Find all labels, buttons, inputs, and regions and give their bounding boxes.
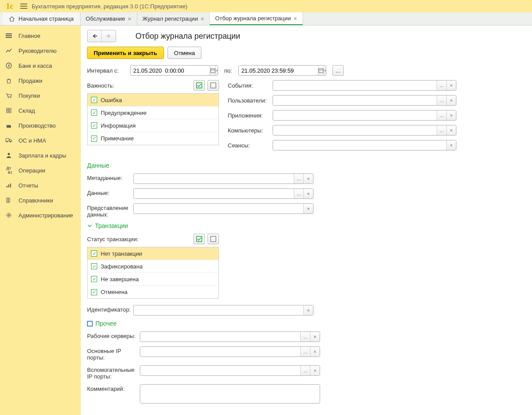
check-all-button[interactable] <box>193 234 205 244</box>
identifier-input[interactable] <box>134 305 303 315</box>
workers-field: ... × <box>140 331 320 342</box>
calendar-icon[interactable] <box>210 66 215 75</box>
clear-icon[interactable]: × <box>446 81 456 90</box>
clear-icon[interactable]: × <box>310 347 320 356</box>
data-input[interactable] <box>134 189 294 198</box>
svg-point-5 <box>8 97 9 98</box>
importance-item-note[interactable]: ✓Примечание <box>87 132 219 145</box>
checkbox-icon[interactable]: ✓ <box>91 263 97 269</box>
interval-to-input[interactable] <box>239 66 318 75</box>
tab-home-label: Начальная страница <box>18 15 74 22</box>
clear-icon[interactable]: × <box>310 366 320 375</box>
sessions-input[interactable] <box>273 140 446 150</box>
section-misc-title[interactable]: Прочее <box>87 320 526 327</box>
trans-status-list: ✓Нет транзакции ✓Зафиксирована ✓Не завер… <box>87 247 219 299</box>
select-icon[interactable]: ... <box>300 366 310 375</box>
clear-icon[interactable]: × <box>446 110 456 120</box>
select-icon[interactable]: ... <box>294 174 303 184</box>
sidebar-item-main[interactable]: Главное <box>0 28 81 43</box>
users-input[interactable] <box>273 95 437 105</box>
checkbox-icon[interactable]: ✓ <box>91 289 97 295</box>
close-icon[interactable]: × <box>128 16 131 22</box>
section-trans-title[interactable]: Транзакции <box>87 222 526 229</box>
sidebar-item-reports[interactable]: Отчеты <box>0 178 81 193</box>
sidebar-item-production[interactable]: Производство <box>0 118 81 133</box>
hamburger-icon[interactable] <box>20 4 27 9</box>
clear-icon[interactable]: × <box>303 204 313 213</box>
clear-icon[interactable]: × <box>324 66 326 75</box>
sidebar-item-label: Отчеты <box>18 182 38 189</box>
select-icon[interactable]: ... <box>437 95 446 105</box>
checkbox-icon[interactable]: ✓ <box>91 276 97 282</box>
tab-filter-label: Отбор журнала регистрации <box>215 15 291 22</box>
ruble-icon: ₽ <box>5 62 12 69</box>
aux-ports-input[interactable] <box>140 366 300 375</box>
importance-item-info[interactable]: ✓Информация <box>87 119 219 132</box>
trans-item-incomplete[interactable]: ✓Не завершена <box>87 273 219 286</box>
clear-icon[interactable]: × <box>446 140 456 150</box>
presentation-input[interactable] <box>134 204 303 213</box>
sidebar-item-references[interactable]: Справочники <box>0 193 81 208</box>
clear-icon[interactable]: × <box>303 189 313 198</box>
sidebar-item-purchases[interactable]: Покупки <box>0 88 81 103</box>
importance-item-error[interactable]: ✓Ошибка <box>87 94 219 107</box>
select-icon[interactable]: ... <box>300 332 310 342</box>
uncheck-all-button[interactable] <box>208 234 219 244</box>
clear-icon[interactable]: × <box>303 305 313 315</box>
sidebar-item-bank[interactable]: ₽ Банк и касса <box>0 58 81 73</box>
section-checkbox[interactable] <box>87 321 93 327</box>
sidebar-item-warehouse[interactable]: Склад <box>0 103 81 118</box>
metadata-input[interactable] <box>134 174 294 184</box>
apps-input[interactable] <box>273 110 437 120</box>
calendar-icon[interactable] <box>318 66 324 75</box>
clear-icon[interactable]: × <box>303 174 313 184</box>
checkbox-icon[interactable]: ✓ <box>91 136 97 142</box>
identifier-label: Идентификатор: <box>87 305 129 313</box>
select-icon[interactable]: ... <box>437 125 446 135</box>
trans-item-cancelled[interactable]: ✓Отменена <box>87 286 219 298</box>
interval-from-input[interactable] <box>131 66 210 75</box>
apply-close-button[interactable]: Применить и закрыть <box>87 47 164 59</box>
tab-log[interactable]: Журнал регистрации × <box>137 12 210 25</box>
sidebar-item-admin[interactable]: Администрирование <box>0 208 81 223</box>
clear-icon[interactable]: × <box>446 95 456 105</box>
sidebar-item-assets[interactable]: ОС и НМА <box>0 133 81 148</box>
checkbox-icon[interactable]: ✓ <box>91 250 97 257</box>
svg-point-13 <box>10 141 11 143</box>
select-icon[interactable]: ... <box>437 110 446 120</box>
check-all-button[interactable] <box>193 80 205 91</box>
importance-item-warning[interactable]: ✓Предупреждение <box>87 107 219 119</box>
sidebar-item-operations[interactable]: ДтКт Операции <box>0 163 81 178</box>
back-button[interactable] <box>87 30 102 42</box>
identifier-field: × <box>133 305 313 316</box>
events-input[interactable] <box>273 81 437 90</box>
select-icon[interactable]: ... <box>437 81 446 90</box>
trans-item-none[interactable]: ✓Нет транзакции <box>87 247 219 260</box>
sidebar-item-sales[interactable]: Продажи <box>0 73 81 88</box>
sidebar-item-manager[interactable]: Руководителю <box>0 43 81 58</box>
checkbox-icon[interactable]: ✓ <box>91 110 97 116</box>
computers-input[interactable] <box>273 125 437 135</box>
checkbox-icon[interactable]: ✓ <box>91 122 97 129</box>
select-icon[interactable]: ... <box>300 347 310 356</box>
sidebar-item-salary[interactable]: Зарплата и кадры <box>0 148 81 163</box>
main-ports-input[interactable] <box>140 347 300 356</box>
menu-icon <box>5 32 12 39</box>
close-icon[interactable]: × <box>200 16 204 22</box>
clear-icon[interactable]: × <box>446 125 456 135</box>
clear-icon[interactable]: × <box>215 66 218 75</box>
tab-filter[interactable]: Отбор журнала регистрации × <box>210 12 302 25</box>
clear-icon[interactable]: × <box>310 332 320 342</box>
select-icon[interactable]: ... <box>294 189 303 198</box>
tab-home[interactable]: Начальная страница <box>3 12 80 25</box>
cancel-button[interactable]: Отмена <box>168 47 202 59</box>
workers-input[interactable] <box>140 332 300 342</box>
checkbox-icon[interactable]: ✓ <box>91 97 97 103</box>
uncheck-all-button[interactable] <box>208 80 219 91</box>
interval-ellipsis-button[interactable]: ... <box>332 65 344 76</box>
forward-button[interactable] <box>102 30 116 42</box>
close-icon[interactable]: × <box>294 15 297 22</box>
tab-service[interactable]: Обслуживание × <box>80 12 137 25</box>
comment-input[interactable] <box>140 385 320 403</box>
trans-item-committed[interactable]: ✓Зафиксирована <box>87 260 219 273</box>
